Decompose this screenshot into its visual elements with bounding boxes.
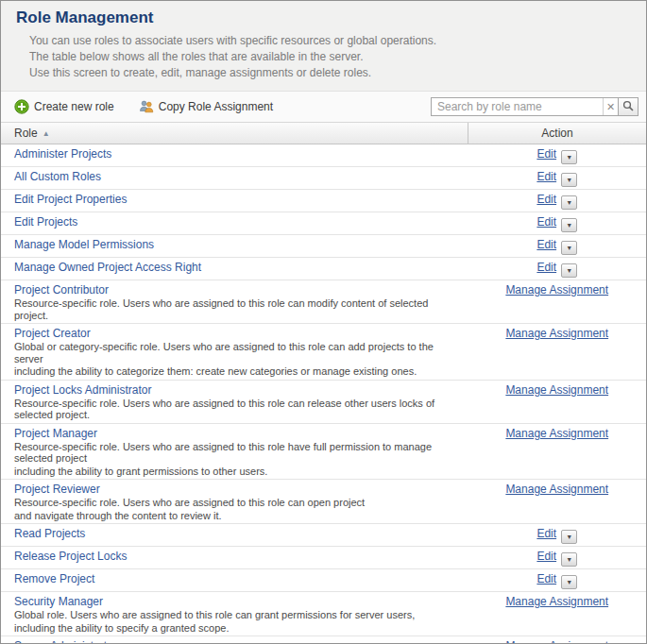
page-description-line-2: The table below shows all the roles that… [29, 50, 631, 63]
search-box: ✕ [431, 97, 638, 116]
magnifier-icon [622, 100, 634, 114]
table-row: Manage Owned Project Access RightEdit▼ [1, 258, 646, 280]
edit-dropdown-button[interactable]: ▼ [561, 552, 577, 567]
role-name-link[interactable]: Remove Project [14, 572, 94, 585]
action-cell: Edit▼ [468, 569, 647, 592]
column-header-action-label: Action [541, 127, 572, 140]
role-description-line: Resource-specific role. Users who are as… [14, 497, 461, 509]
action-cell: Edit▼ [468, 258, 647, 280]
action-cell: Edit▼ [468, 190, 647, 212]
edit-dropdown-button[interactable]: ▼ [561, 218, 577, 232]
table-row: Edit Project PropertiesEdit▼ [1, 190, 646, 212]
edit-link[interactable]: Edit [536, 215, 556, 229]
role-cell: Read Projects [1, 524, 468, 547]
role-name-link[interactable]: Manage Owned Project Access Right [14, 261, 201, 274]
sort-ascending-icon: ▲ [43, 129, 50, 138]
manage-assignment-link[interactable]: Manage Assignment [505, 595, 608, 608]
edit-dropdown-button[interactable]: ▼ [561, 241, 577, 255]
role-description-line: Global role. Users who are assigned to t… [14, 609, 461, 621]
edit-dropdown-button[interactable]: ▼ [561, 195, 577, 210]
table-row: Project Locks AdministratorResource-spec… [1, 380, 646, 423]
action-cell: Edit▼ [468, 547, 647, 569]
role-name-link[interactable]: All Custom Roles [14, 170, 101, 183]
edit-dropdown-button[interactable]: ▼ [561, 173, 577, 187]
column-header-role[interactable]: Role▲ [1, 123, 468, 144]
edit-dropdown-button[interactable]: ▼ [561, 150, 577, 164]
role-name-link[interactable]: Project Locks Administrator [14, 383, 151, 397]
role-name-link[interactable]: Project Contributor [14, 283, 109, 297]
chevron-down-icon: ▼ [566, 556, 572, 563]
manage-assignment-link[interactable]: Manage Assignment [505, 383, 608, 397]
role-cell: Release Project Locks [1, 547, 468, 569]
role-name-link[interactable]: Project Manager [14, 427, 97, 440]
table-row: Read ProjectsEdit▼ [1, 524, 646, 547]
role-name-link[interactable]: Release Project Locks [14, 550, 127, 563]
chevron-down-icon: ▼ [566, 199, 572, 206]
chevron-down-icon: ▼ [566, 579, 572, 585]
chevron-down-icon: ▼ [566, 177, 572, 183]
role-cell: Manage Model Permissions [1, 235, 468, 258]
role-name-link[interactable]: Read Projects [14, 527, 85, 540]
role-description-line: including the ability to grant permissio… [14, 466, 461, 478]
edit-link[interactable]: Edit [536, 238, 556, 251]
table-row: Edit ProjectsEdit▼ [1, 212, 646, 235]
table-row: Security ManagerGlobal role. Users who a… [1, 592, 646, 636]
table-row: Project CreatorGlobal or category-specif… [1, 324, 646, 381]
action-cell: Manage Assignment [468, 480, 647, 524]
table-row: Remove ProjectEdit▼ [1, 569, 646, 592]
role-name-link[interactable]: Project Reviewer [14, 483, 100, 496]
manage-assignment-link[interactable]: Manage Assignment [505, 327, 608, 340]
edit-link[interactable]: Edit [536, 170, 556, 183]
edit-link[interactable]: Edit [536, 527, 556, 540]
manage-assignment-link[interactable]: Manage Assignment [505, 639, 608, 644]
edit-link[interactable]: Edit [536, 147, 556, 161]
action-cell: Edit▼ [468, 144, 647, 167]
search-input[interactable] [432, 98, 603, 115]
page-header: Role Management You can use roles to ass… [1, 1, 646, 91]
role-cell: Project CreatorGlobal or category-specif… [1, 324, 468, 381]
toolbar: Create new role Copy Role Assignment ✕ [1, 91, 646, 123]
chevron-down-icon: ▼ [566, 267, 572, 274]
edit-link[interactable]: Edit [536, 550, 556, 563]
role-cell: Edit Projects [1, 212, 468, 235]
create-new-role-button[interactable]: Create new role [14, 99, 114, 114]
table-row: Administer ProjectsEdit▼ [1, 144, 646, 167]
action-cell: Manage Assignment [468, 380, 647, 423]
table-row: Server AdministratorGlobal role. Users w… [1, 636, 646, 644]
role-name-link[interactable]: Security Manager [14, 595, 103, 608]
role-cell: Manage Owned Project Access Right [1, 258, 468, 280]
role-name-link[interactable]: Edit Project Properties [14, 193, 127, 206]
role-description-line: Resource-specific role. Users who are as… [14, 297, 461, 321]
role-cell: Project ReviewerResource-specific role. … [1, 480, 468, 524]
clear-search-button[interactable]: ✕ [603, 98, 618, 115]
manage-assignment-link[interactable]: Manage Assignment [505, 483, 608, 496]
edit-dropdown-button[interactable]: ▼ [561, 263, 577, 278]
search-button[interactable] [618, 98, 638, 115]
role-name-link[interactable]: Edit Projects [14, 215, 77, 229]
role-management-page: Role Management You can use roles to ass… [0, 0, 647, 644]
role-cell: Server AdministratorGlobal role. Users w… [1, 636, 468, 644]
role-name-link[interactable]: Server Administrator [14, 639, 117, 644]
edit-link[interactable]: Edit [536, 572, 556, 585]
manage-assignment-link[interactable]: Manage Assignment [505, 427, 608, 440]
manage-assignment-link[interactable]: Manage Assignment [505, 283, 608, 297]
action-cell: Edit▼ [468, 167, 647, 190]
role-description-line: and navigate through the content to revi… [14, 510, 461, 522]
role-name-link[interactable]: Project Creator [14, 327, 91, 340]
role-name-link[interactable]: Manage Model Permissions [14, 238, 154, 251]
role-cell: Security ManagerGlobal role. Users who a… [1, 592, 468, 636]
role-description-line: including the ability to categorize them… [14, 365, 461, 378]
copy-role-assignment-button[interactable]: Copy Role Assignment [139, 99, 273, 114]
edit-dropdown-button[interactable]: ▼ [561, 530, 577, 544]
page-description-line-3: Use this screen to create, edit, manage … [29, 66, 631, 79]
table-row: Manage Model PermissionsEdit▼ [1, 235, 646, 258]
action-cell: Manage Assignment [468, 636, 647, 644]
role-name-link[interactable]: Administer Projects [14, 147, 111, 161]
action-cell: Edit▼ [468, 235, 647, 258]
edit-dropdown-button[interactable]: ▼ [561, 575, 577, 589]
edit-link[interactable]: Edit [536, 261, 556, 274]
page-title: Role Management [16, 8, 631, 27]
people-roles-icon [139, 99, 154, 114]
plus-circle-icon [14, 99, 29, 114]
edit-link[interactable]: Edit [536, 193, 556, 206]
